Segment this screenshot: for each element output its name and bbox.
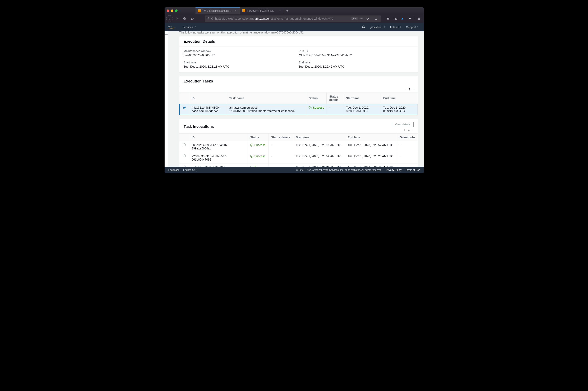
check-circle-icon: ✓ bbox=[250, 144, 253, 147]
more-icon[interactable]: ••• bbox=[359, 15, 363, 22]
col-start[interactable]: Start time bbox=[343, 93, 381, 104]
main-content: The following tasks were run on this exe… bbox=[168, 31, 424, 167]
col-name[interactable]: Task name bbox=[227, 93, 306, 104]
home-button[interactable] bbox=[189, 15, 196, 22]
view-details-button[interactable]: View details bbox=[392, 122, 414, 127]
privacy-link[interactable]: Privacy Policy bbox=[386, 169, 402, 171]
chevron-left-icon[interactable]: ‹ bbox=[405, 88, 406, 91]
feedback-link[interactable]: Feedback bbox=[168, 169, 179, 171]
check-circle-icon: ✓ bbox=[250, 155, 253, 158]
window-maximize-icon[interactable] bbox=[175, 9, 178, 12]
aws-top-nav: aws Services▼ jdheyburn▼ Ireland▼ Suppor… bbox=[165, 23, 424, 31]
cell-end: Tue, Dec 1, 2020, 8:29:23 AM UTC bbox=[345, 152, 397, 164]
col-details[interactable]: Status details bbox=[268, 134, 293, 141]
col-end[interactable]: End time bbox=[345, 134, 397, 141]
cell-end: Tue, Dec 1, 2020, 8:28:52 AM UTC bbox=[345, 141, 397, 152]
cell-status: ✓Success bbox=[248, 152, 268, 164]
col-status[interactable]: Status bbox=[248, 134, 268, 141]
downloads-icon[interactable] bbox=[385, 15, 392, 22]
nav-services[interactable]: Services▼ bbox=[181, 25, 197, 29]
col-id[interactable]: ID bbox=[189, 134, 248, 141]
browser-toolbar: https://eu-west-1.console.aws.amazon.com… bbox=[165, 14, 424, 23]
col-owner[interactable]: Owner info bbox=[397, 134, 418, 141]
check-circle-icon: ✓ bbox=[250, 166, 253, 167]
bookmark-icon[interactable] bbox=[373, 15, 379, 22]
aws-favicon-icon bbox=[242, 9, 245, 12]
close-icon[interactable]: × bbox=[278, 9, 281, 12]
tab-title: Instances | EC2 Management C bbox=[247, 9, 277, 12]
aws-favicon-icon bbox=[198, 9, 201, 12]
copyright-text: © 2008 - 2020, Amazon Web Services, Inc.… bbox=[296, 169, 382, 171]
radio-icon[interactable] bbox=[183, 154, 186, 157]
col-details[interactable]: Status details bbox=[327, 93, 343, 104]
zoom-level[interactable]: 90% bbox=[351, 17, 358, 20]
cell-status: ✓Success bbox=[306, 104, 327, 115]
cell-id: 72c6a330-af18-40ab-85ab-061b85d47092 bbox=[189, 152, 248, 164]
cell-owner: - bbox=[397, 152, 418, 164]
tasks-table: ID Task name Status Status details Start… bbox=[179, 93, 418, 115]
chevron-left-icon[interactable]: ‹ bbox=[404, 128, 405, 132]
cell-start: Tue, Dec 1, 2020, 8:28:52 AM UTC bbox=[293, 152, 345, 164]
forward-button[interactable] bbox=[174, 15, 181, 22]
window-close-icon[interactable] bbox=[167, 9, 169, 12]
nav-user[interactable]: jdheyburn▼ bbox=[369, 25, 387, 29]
tab-strip: AWS Systems Manager - Mainte × Instances… bbox=[196, 7, 291, 14]
page-number: 1 bbox=[409, 88, 410, 91]
radio-icon[interactable] bbox=[183, 166, 186, 167]
cell-status: ✓Success bbox=[248, 141, 268, 152]
nav-region[interactable]: Ireland▼ bbox=[389, 25, 403, 29]
panel-title: Execution Details bbox=[179, 36, 418, 46]
url-bar[interactable]: https://eu-west-1.console.aws.amazon.com… bbox=[205, 15, 381, 22]
sidebar-toggle[interactable] bbox=[165, 31, 168, 167]
table-row[interactable]: ac4152ac-8b81-419b-927c-a1e89125c956✓Suc… bbox=[179, 164, 418, 167]
cell-status: ✓Success bbox=[248, 164, 268, 167]
shield-icon[interactable] bbox=[206, 17, 209, 20]
cell-end: Tue, Dec 1, 2020, 8:29:49 AM UTC bbox=[345, 164, 397, 167]
tab-ec2[interactable]: Instances | EC2 Management C × bbox=[240, 7, 284, 14]
cell-start: Tue, Dec 1, 2020, 8:28:11 AM UTC bbox=[293, 141, 345, 152]
nav-support[interactable]: Support▼ bbox=[405, 25, 420, 29]
col-start[interactable]: Start time bbox=[293, 134, 345, 141]
close-icon[interactable]: × bbox=[234, 9, 237, 12]
reload-button[interactable] bbox=[181, 15, 188, 22]
lock-icon[interactable] bbox=[211, 17, 213, 20]
col-id[interactable]: ID bbox=[189, 93, 227, 104]
aws-logo[interactable]: aws bbox=[168, 25, 177, 29]
execution-tasks-panel: Execution Tasks ‹ 1 › ID bbox=[179, 76, 418, 115]
table-row[interactable]: 72c6a330-af18-40ab-85ab-061b85d47092✓Suc… bbox=[179, 152, 418, 164]
new-tab-button[interactable]: + bbox=[284, 7, 291, 14]
col-status[interactable]: Status bbox=[306, 93, 327, 104]
library-icon[interactable] bbox=[392, 15, 398, 22]
aws-footer: Feedback English (US) ▼ © 2008 - 2020, A… bbox=[165, 167, 424, 173]
tab-title: AWS Systems Manager - Mainte bbox=[203, 9, 233, 12]
invocations-pager: ‹ 1 › bbox=[392, 128, 414, 132]
back-button[interactable] bbox=[166, 15, 173, 22]
check-circle-icon: ✓ bbox=[309, 106, 312, 109]
radio-icon[interactable] bbox=[183, 143, 186, 146]
chevron-right-icon[interactable]: › bbox=[413, 88, 414, 91]
extension-icon[interactable] bbox=[399, 15, 406, 22]
cell-id: 44ac311e-488f-4300-b4ce-5ac2666de74a bbox=[189, 104, 227, 115]
table-row[interactable]: 3b3c8e14-093c-4e78-a016-399e1a5b64ad✓Suc… bbox=[179, 141, 418, 152]
detail-end-time: End time Tue, Dec 1, 2020, 8:29:49 AM UT… bbox=[299, 61, 414, 68]
cell-owner: - bbox=[397, 141, 418, 152]
invocations-table: ID Status Status details Start time End … bbox=[179, 133, 418, 167]
cell-owner: - bbox=[397, 164, 418, 167]
col-end[interactable]: End time bbox=[381, 93, 418, 104]
hamburger-icon[interactable] bbox=[415, 15, 422, 22]
nav-notifications[interactable] bbox=[360, 25, 366, 29]
cell-details: - bbox=[268, 152, 293, 164]
pocket-icon[interactable] bbox=[364, 15, 371, 22]
language-selector[interactable]: English (US) ▼ bbox=[183, 169, 200, 171]
cell-id: 3b3c8e14-093c-4e78-a016-399e1a5b64ad bbox=[189, 141, 248, 152]
chevron-right-icon[interactable]: › bbox=[413, 128, 414, 132]
cell-details: - bbox=[268, 141, 293, 152]
table-row[interactable]: 44ac311e-488f-4300-b4ce-5ac2666de74a arn… bbox=[179, 104, 418, 115]
hamburger-icon bbox=[165, 32, 168, 35]
tab-aws-ssm[interactable]: AWS Systems Manager - Mainte × bbox=[196, 7, 240, 14]
window-minimize-icon[interactable] bbox=[171, 9, 173, 12]
terms-link[interactable]: Terms of Use bbox=[405, 169, 420, 171]
overflow-icon[interactable] bbox=[406, 15, 413, 22]
radio-icon[interactable] bbox=[183, 106, 186, 109]
svg-text:aws: aws bbox=[168, 25, 172, 28]
